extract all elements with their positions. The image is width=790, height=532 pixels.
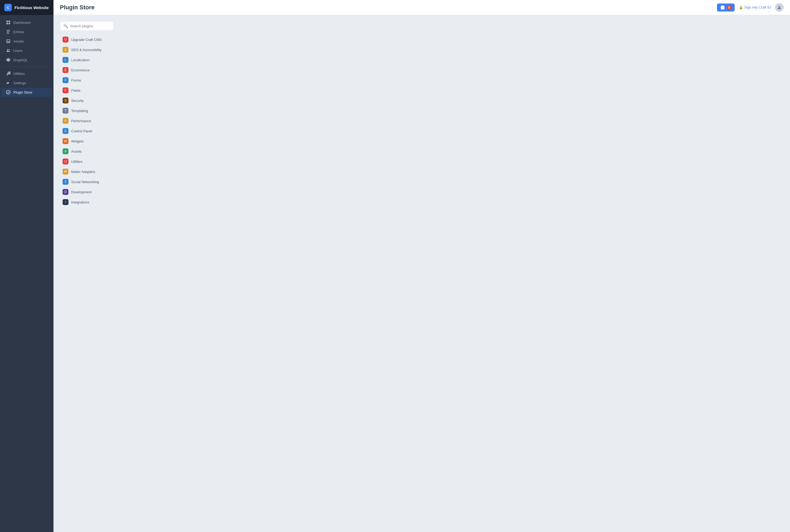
category-item-seo[interactable]: SSEO & Accessibility	[60, 45, 113, 55]
category-icon-fields: F	[62, 88, 69, 93]
svg-point-14	[778, 6, 780, 7]
category-icon-utilities-cat: U	[62, 158, 69, 165]
svg-point-10	[9, 49, 10, 50]
category-item-ecommerce[interactable]: EEcommerce	[60, 65, 113, 75]
content-area: 🔍 UUpgrade Craft CMSSSEO & Accessibility…	[54, 15, 790, 532]
category-item-development[interactable]: DDevelopment	[60, 187, 113, 197]
category-item-social[interactable]: SSocial Networking	[60, 177, 113, 187]
category-label-social: Social Networking	[71, 180, 99, 184]
category-label-fields: Fields	[71, 89, 80, 93]
category-label-forms: Forms	[71, 78, 81, 82]
category-icon-integrations: I	[62, 199, 69, 205]
entries-icon	[6, 30, 11, 34]
site-name: Fictitious Website	[15, 5, 49, 10]
category-item-security[interactable]: SSecurity	[60, 96, 113, 105]
category-item-mailer[interactable]: MMailer Adapters	[60, 167, 113, 176]
svg-rect-3	[8, 23, 10, 24]
cart-badge: 0	[727, 5, 731, 10]
main-panel: Plugin Store 0 🔒 Sign into Craft ID 🔍 UU…	[54, 0, 790, 532]
category-item-localization[interactable]: LLocalization	[60, 55, 113, 65]
sidebar-divider-1	[3, 66, 50, 67]
category-icon-localization: L	[62, 57, 69, 63]
category-label-control-panel: Control Panel	[71, 129, 92, 133]
sidebar-nav: Dashboard Entries Assets Users GraphQL	[0, 15, 54, 100]
left-panel: 🔍 UUpgrade Craft CMSSSEO & Accessibility…	[60, 21, 113, 526]
category-icon-assets-cat: A	[62, 148, 69, 154]
svg-rect-4	[7, 30, 10, 31]
category-icon-upgrade: U	[62, 37, 69, 42]
user-avatar[interactable]	[775, 3, 784, 12]
svg-rect-2	[6, 23, 8, 24]
page-title: Plugin Store	[60, 4, 95, 11]
svg-rect-7	[7, 33, 10, 34]
sidebar: C Fictitious Website Dashboard Entries A…	[0, 0, 54, 532]
sidebar-item-assets[interactable]: Assets	[2, 37, 52, 46]
svg-rect-5	[7, 31, 10, 32]
category-label-upgrade: Upgrade Craft CMS	[71, 38, 101, 42]
sidebar-item-plugin-store[interactable]: Plugin Store	[2, 88, 52, 97]
settings-label: Settings	[13, 81, 26, 85]
sidebar-item-users[interactable]: Users	[2, 46, 52, 55]
search-icon: 🔍	[63, 24, 68, 28]
site-icon: C	[4, 4, 12, 11]
assets-icon	[6, 39, 11, 43]
category-label-integrations: Integrations	[71, 200, 89, 204]
category-item-forms[interactable]: FForms	[60, 75, 113, 85]
category-label-utilities-cat: Utilities	[71, 159, 82, 164]
category-item-control-panel[interactable]: CControl Panel	[60, 126, 113, 136]
category-item-upgrade[interactable]: UUpgrade Craft CMS	[60, 35, 113, 44]
utilities-label: Utilities	[13, 72, 25, 76]
category-item-templating[interactable]: TTemplating	[60, 106, 113, 115]
category-item-performance[interactable]: PPerformance	[60, 116, 113, 126]
graphql-label: GraphQL	[13, 58, 27, 62]
topbar-actions: 0 🔒 Sign into Craft ID	[717, 3, 784, 12]
plugin-store-label: Plugin Store	[13, 90, 32, 94]
sidebar-item-dashboard[interactable]: Dashboard	[2, 18, 52, 27]
category-label-performance: Performance	[71, 119, 91, 123]
category-icon-control-panel: C	[62, 128, 69, 134]
sign-in-link[interactable]: 🔒 Sign into Craft ID	[739, 5, 771, 10]
category-label-mailer: Mailer Adapters	[71, 170, 95, 174]
settings-icon	[6, 80, 11, 85]
svg-rect-6	[7, 32, 9, 33]
svg-marker-11	[6, 58, 10, 62]
assets-label: Assets	[13, 39, 24, 43]
sidebar-item-settings[interactable]: Settings	[2, 78, 52, 88]
sidebar-item-entries[interactable]: Entries	[2, 27, 52, 36]
dashboard-icon	[6, 20, 11, 25]
category-item-integrations[interactable]: IIntegrations	[60, 197, 113, 207]
users-icon	[6, 48, 11, 53]
category-item-fields[interactable]: FFields	[60, 86, 113, 95]
category-icon-widgets: W	[62, 138, 69, 144]
utilities-icon	[6, 71, 11, 76]
cart-button[interactable]: 0	[717, 3, 735, 12]
lock-icon: 🔒	[739, 5, 743, 10]
category-label-development: Development	[71, 190, 92, 194]
category-icon-forms: F	[62, 77, 69, 83]
category-label-seo: SEO & Accessibility	[71, 48, 101, 52]
category-label-assets-cat: Assets	[71, 149, 81, 153]
sidebar-item-graphql[interactable]: GraphQL	[2, 55, 52, 64]
category-label-localization: Localization	[71, 58, 90, 62]
category-icon-mailer: M	[62, 169, 69, 175]
category-icon-performance: P	[62, 118, 69, 124]
svg-rect-1	[8, 21, 10, 22]
category-label-ecommerce: Ecommerce	[71, 68, 90, 72]
category-item-widgets[interactable]: WWidgets	[60, 136, 113, 146]
sidebar-header: C Fictitious Website	[0, 0, 54, 15]
sidebar-item-utilities[interactable]: Utilities	[2, 69, 52, 78]
category-item-utilities-cat[interactable]: UUtilities	[60, 157, 113, 166]
category-icon-ecommerce: E	[62, 67, 69, 73]
search-box[interactable]: 🔍	[60, 21, 113, 31]
search-input[interactable]	[70, 24, 110, 28]
entries-label: Entries	[13, 30, 24, 34]
category-item-assets-cat[interactable]: AAssets	[60, 147, 113, 156]
category-list: UUpgrade Craft CMSSSEO & AccessibilityLL…	[60, 35, 113, 207]
category-icon-security: S	[62, 98, 69, 103]
svg-rect-0	[6, 21, 8, 22]
category-icon-development: D	[62, 189, 69, 195]
category-label-widgets: Widgets	[71, 139, 84, 143]
topbar: Plugin Store 0 🔒 Sign into Craft ID	[54, 0, 790, 15]
svg-point-8	[7, 40, 8, 41]
category-icon-seo: S	[62, 47, 69, 53]
